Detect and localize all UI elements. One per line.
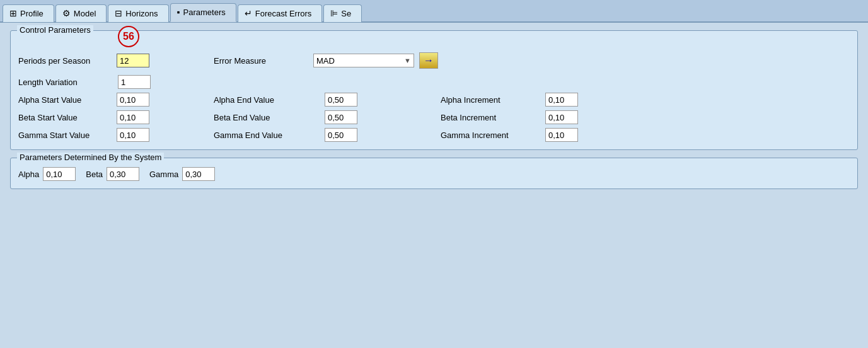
main-content: Control Parameters 56 Periods per Season… [0, 23, 868, 204]
error-measure-label: Error Measure [214, 56, 308, 66]
length-variation-label: Length Variation [18, 78, 113, 87]
gamma-end-col: Gamma End Value [214, 128, 441, 142]
navigate-button[interactable]: → [419, 52, 438, 69]
badge-56: 56 [118, 26, 139, 47]
forecast-errors-icon: ↵ [245, 8, 252, 18]
tab-parameters-label: Parameters [183, 8, 226, 17]
dropdown-arrow-icon: ▼ [404, 57, 411, 64]
system-beta-input[interactable] [107, 167, 139, 181]
tab-se[interactable]: ⊫ Se [323, 4, 362, 22]
tab-forecast-errors[interactable]: ↵ Forecast Errors [238, 4, 323, 22]
alpha-end-col: Alpha End Value [214, 93, 441, 107]
alpha-start-col: Alpha Start Value [18, 93, 214, 107]
beta-end-label: Beta End Value [214, 113, 321, 122]
gamma-increment-col: Gamma Increment [441, 128, 578, 142]
profile-icon: ⊞ [9, 8, 17, 18]
system-gamma: Gamma [149, 167, 215, 181]
system-alpha: Alpha [18, 167, 76, 181]
row-periods-error: Periods per Season Error Measure MAD ▼ → [18, 52, 850, 69]
beta-start-input[interactable] [117, 110, 149, 124]
beta-start-label: Beta Start Value [18, 113, 113, 122]
gamma-end-label: Gamma End Value [214, 130, 321, 140]
tab-se-label: Se [341, 9, 351, 18]
system-gamma-input[interactable] [182, 167, 215, 181]
tab-horizons[interactable]: ⊟ Horizons [108, 4, 168, 22]
gamma-increment-input[interactable] [545, 128, 578, 142]
error-measure-value: MAD [316, 56, 402, 66]
gamma-end-input[interactable] [325, 128, 357, 142]
tab-model-label: Model [74, 9, 96, 18]
length-variation-input[interactable] [118, 75, 151, 89]
alpha-increment-input[interactable] [545, 93, 578, 107]
error-measure-dropdown[interactable]: MAD ▼ [313, 54, 414, 67]
periods-per-season-input[interactable] [117, 54, 149, 67]
right-arrow-icon: → [424, 55, 434, 66]
beta-increment-col: Beta Increment [441, 110, 578, 124]
row-gamma: Gamma Start Value Gamma End Value Gamma … [18, 128, 850, 142]
tab-model[interactable]: ⚙ Model [55, 4, 107, 22]
alpha-end-label: Alpha End Value [214, 95, 321, 105]
alpha-increment-label: Alpha Increment [441, 95, 541, 105]
tab-profile[interactable]: ⊞ Profile [3, 4, 54, 22]
alpha-start-label: Alpha Start Value [18, 95, 113, 105]
gamma-increment-label: Gamma Increment [441, 130, 541, 140]
system-gamma-label: Gamma [149, 170, 178, 179]
alpha-end-input[interactable] [325, 93, 357, 107]
periods-col: Periods per Season [18, 54, 214, 67]
gamma-start-label: Gamma Start Value [18, 130, 113, 140]
error-measure-col: Error Measure MAD ▼ → [214, 52, 438, 69]
gamma-start-col: Gamma Start Value [18, 128, 214, 142]
alpha-start-input[interactable] [117, 93, 149, 107]
beta-end-input[interactable] [325, 110, 357, 124]
control-params-title: Control Parameters [17, 25, 93, 35]
beta-end-col: Beta End Value [214, 110, 441, 124]
tab-horizons-label: Horizons [125, 9, 158, 18]
tab-profile-label: Profile [20, 9, 43, 18]
se-icon: ⊫ [330, 8, 338, 18]
beta-increment-label: Beta Increment [441, 113, 541, 122]
row-beta: Beta Start Value Beta End Value Beta Inc… [18, 110, 850, 124]
system-beta: Beta [86, 167, 139, 181]
system-params-title: Parameters Determined By the System [17, 153, 164, 162]
system-alpha-label: Alpha [18, 170, 39, 179]
row-length-variation: Length Variation [18, 75, 850, 89]
beta-increment-input[interactable] [545, 110, 578, 124]
control-params-rows: Periods per Season Error Measure MAD ▼ →… [18, 52, 850, 142]
system-params-grid: Alpha Beta Gamma [18, 167, 850, 181]
tab-bar: ⊞ Profile ⚙ Model ⊟ Horizons ▪ Parameter… [0, 0, 868, 23]
system-params-section: Parameters Determined By the System Alph… [10, 158, 858, 189]
periods-per-season-label: Periods per Season [18, 56, 113, 66]
row-alpha: Alpha Start Value Alpha End Value Alpha … [18, 93, 850, 107]
tab-forecast-errors-label: Forecast Errors [255, 9, 312, 18]
system-alpha-input[interactable] [43, 167, 76, 181]
model-icon: ⚙ [62, 8, 71, 18]
horizons-icon: ⊟ [115, 8, 122, 18]
alpha-increment-col: Alpha Increment [441, 93, 578, 107]
tab-parameters[interactable]: ▪ Parameters [170, 3, 236, 22]
gamma-start-input[interactable] [117, 128, 149, 142]
beta-start-col: Beta Start Value [18, 110, 214, 124]
parameters-icon: ▪ [177, 7, 180, 17]
system-beta-label: Beta [86, 170, 103, 179]
control-params-section: Control Parameters 56 Periods per Season… [10, 30, 858, 150]
